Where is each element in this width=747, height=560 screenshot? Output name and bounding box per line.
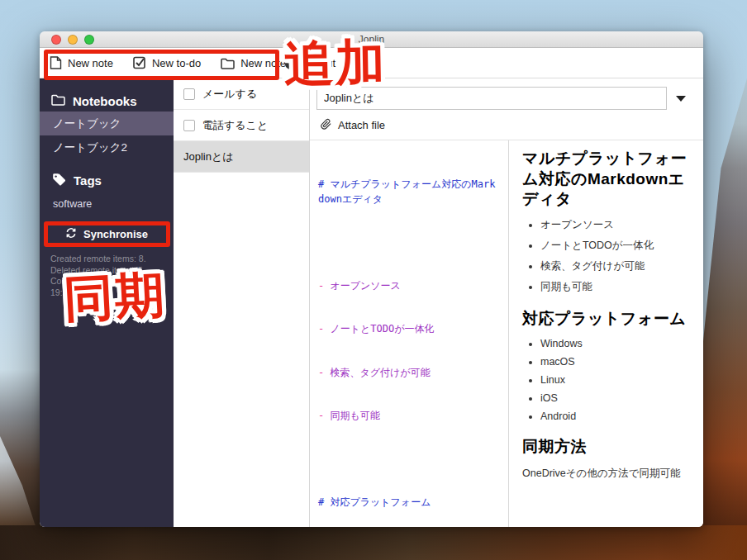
toolbar: New note New to-do New notebook Layout <box>40 48 703 78</box>
note-list: メールする 電話すること Joplinとは <box>174 78 310 527</box>
preview-list-item: Windows <box>540 338 690 349</box>
note-list-item-todo2[interactable]: 電話すること <box>174 110 309 141</box>
preview-list-item: macOS <box>540 356 690 368</box>
sidebar: Notebooks ノートブック ノートブック2 Tags software <box>40 78 174 527</box>
synchronise-label: Synchronise <box>83 228 148 240</box>
sidebar-item-tag-software[interactable]: software <box>40 194 174 214</box>
note-title-input[interactable] <box>316 87 667 110</box>
new-notebook-icon <box>221 57 235 69</box>
notebook2-label: ノートブック2 <box>53 140 127 155</box>
joplin-window: Joplin New note New to-do New notebook <box>40 31 703 527</box>
editor-line <box>318 453 500 467</box>
attach-file-label: Attach file <box>338 119 385 131</box>
note-title: メールする <box>202 87 257 102</box>
markdown-editor[interactable]: # マルチプラットフォーム対応のMarkdownエディタ - オープンソース -… <box>310 140 508 527</box>
tag-icon <box>51 173 66 188</box>
main-content: Notebooks ノートブック ノートブック2 Tags software <box>40 78 703 527</box>
sync-status: Created remote items: 8. Deleted remote … <box>40 254 174 299</box>
preview-list: オープンソース ノートとTODOが一体化 検索、タグ付けが可能 同期も可能 <box>522 218 690 294</box>
preview-paragraph: OneDriveその他の方法で同期可能 <box>522 467 690 481</box>
markdown-preview: マルチプラットフォーム対応のMarkdownエディタ オープンソース ノートとT… <box>508 140 703 527</box>
new-note-icon <box>50 56 62 69</box>
note-list-item-note1[interactable]: Joplinとは <box>174 141 309 173</box>
tag-software-label: software <box>53 198 92 210</box>
new-todo-icon <box>133 56 146 69</box>
layout-icon <box>284 57 297 70</box>
window-title: Joplin <box>40 34 703 45</box>
sync-icon <box>65 227 77 241</box>
new-note-button[interactable]: New note <box>50 56 113 69</box>
note-list-item-todo1[interactable]: メールする <box>174 78 309 110</box>
editor-line <box>318 235 500 250</box>
tags-header: Tags <box>40 169 174 191</box>
preview-heading: マルチプラットフォーム対応のMarkdownエディタ <box>522 149 690 210</box>
editor-line: # マルチプラットフォーム対応のMarkdownエディタ <box>318 178 500 206</box>
todo-checkbox[interactable] <box>183 120 195 131</box>
note-area: Attach file # マルチプラットフォーム対応のMarkdownエディタ… <box>310 78 703 527</box>
layout-button[interactable]: Layout <box>284 48 335 78</box>
todo-checkbox[interactable] <box>183 88 195 100</box>
note-menu-button[interactable] <box>667 96 695 102</box>
editor-line: - 検索、タグ付けが可能 <box>318 366 500 381</box>
wallpaper-rocks-bottom <box>0 525 747 560</box>
preview-list-item: Android <box>540 411 690 422</box>
preview-heading: 対応プラットフォーム <box>522 309 690 330</box>
editor-line: # 対応プラットフォーム <box>318 496 500 510</box>
preview-heading: 同期方法 <box>522 437 690 458</box>
notebooks-header: Notebooks <box>40 90 174 112</box>
note-title: 電話すること <box>202 118 268 133</box>
preview-list: Windows macOS Linux iOS Android <box>522 338 690 422</box>
sync-status-line: Deleted remote items: 5. <box>50 265 163 277</box>
sync-status-line: Completed: 10/12/2017 19:54 <box>50 276 163 298</box>
desktop-wallpaper: Joplin New note New to-do New notebook <box>0 0 747 560</box>
preview-list-item: ノートとTODOが一体化 <box>540 239 690 253</box>
chevron-down-icon <box>676 96 686 102</box>
sidebar-item-notebook1[interactable]: ノートブック <box>40 112 174 135</box>
new-note-label: New note <box>68 57 113 69</box>
sync-status-line: Created remote items: 8. <box>50 254 163 265</box>
preview-list-item: iOS <box>540 392 690 404</box>
preview-list-item: Linux <box>540 374 690 386</box>
preview-list-item: 同期も可能 <box>540 280 690 294</box>
notebooks-header-label: Notebooks <box>73 94 137 108</box>
editor-line: - 同期も可能 <box>318 409 500 424</box>
new-todo-button[interactable]: New to-do <box>133 56 201 69</box>
sidebar-item-notebook2[interactable]: ノートブック2 <box>40 135 174 159</box>
attach-file-button[interactable]: Attach file <box>316 110 695 140</box>
editor-preview-panes: # マルチプラットフォーム対応のMarkdownエディタ - オープンソース -… <box>310 140 703 527</box>
editor-line: - ノートとTODOが一体化 <box>318 322 500 337</box>
editor-line: - オープンソース <box>318 279 500 294</box>
titlebar: Joplin <box>40 31 703 48</box>
preview-list-item: 検索、タグ付けが可能 <box>540 259 690 273</box>
synchronise-button[interactable]: Synchronise <box>40 222 174 245</box>
note-header: Attach file <box>310 78 703 140</box>
note-title: Joplinとは <box>183 149 234 164</box>
paperclip-icon <box>320 117 332 133</box>
notebook1-label: ノートブック <box>53 116 121 131</box>
new-todo-label: New to-do <box>152 57 201 69</box>
folder-icon <box>51 93 65 108</box>
tags-header-label: Tags <box>74 173 102 187</box>
preview-list-item: オープンソース <box>540 218 690 232</box>
layout-label: Layout <box>303 57 335 69</box>
